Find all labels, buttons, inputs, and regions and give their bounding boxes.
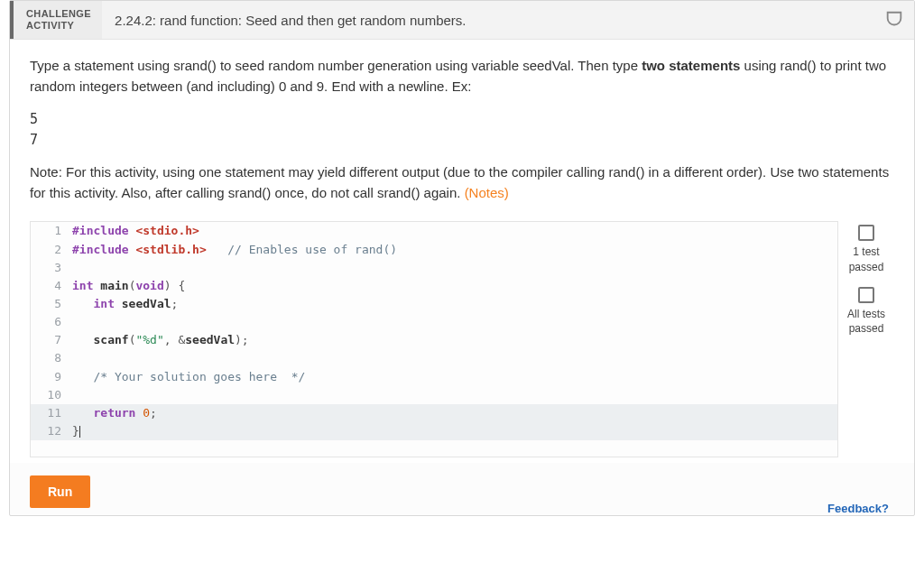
code-content[interactable]: /* Your solution goes here */ [69,368,837,386]
line-number: 10 [31,386,69,404]
note-body: Note: For this activity, using one state… [30,164,889,200]
line-number: 1 [31,222,69,240]
status-label: All tests [838,307,894,321]
code-content[interactable]: int seedVal; [69,295,837,313]
code-line[interactable]: 5 int seedVal; [31,295,837,313]
code-editor[interactable]: 1#include <stdio.h>2#include <stdlib.h> … [30,221,838,457]
all-tests-status: All tests passed [838,287,894,336]
feedback-link[interactable]: Feedback? [827,502,889,515]
activity-header: CHALLENGE ACTIVITY 2.24.2: rand function… [10,1,914,40]
code-content[interactable]: return 0; [69,404,837,422]
checkbox-icon [858,287,874,303]
code-line[interactable]: 2#include <stdlib.h> // Enables use of r… [31,241,837,259]
instructions-text-1: Type a statement using srand() to seed r… [30,58,642,73]
code-content[interactable]: int main(void) { [69,277,837,295]
line-number: 11 [31,404,69,422]
example-line: 7 [30,130,894,151]
code-line[interactable]: 10 [31,386,837,404]
example-output: 5 7 [30,109,894,150]
badge-line2: ACTIVITY [26,20,91,32]
status-label: passed [838,321,894,336]
code-line[interactable]: 1#include <stdio.h> [31,222,837,240]
code-line[interactable]: 4int main(void) { [31,277,837,295]
activity-type-badge: CHALLENGE ACTIVITY [10,1,102,39]
code-line[interactable]: 11 return 0; [31,404,837,422]
test-status-sidebar: 1 test passed All tests passed [838,221,894,348]
line-number: 2 [31,241,69,259]
one-test-status: 1 test passed [838,225,894,273]
code-line[interactable]: 7 scanf("%d", &seedVal); [31,331,837,349]
run-button[interactable]: Run [30,475,90,508]
checkbox-icon [858,225,874,241]
line-number: 3 [31,259,69,277]
code-content[interactable]: } [69,422,837,440]
activity-title: 2.24.2: rand function: Seed and then get… [102,1,874,39]
line-number: 8 [31,349,69,367]
code-line[interactable]: 8 [31,349,837,367]
note: Note: For this activity, using one state… [30,162,894,203]
line-number: 9 [31,368,69,386]
line-number: 6 [31,313,69,331]
code-line[interactable]: 9 /* Your solution goes here */ [31,368,837,386]
activity-body: Type a statement using srand() to seed r… [10,40,914,463]
line-number: 4 [31,277,69,295]
line-number: 5 [31,295,69,313]
save-pocket-icon[interactable] [874,1,914,39]
line-number: 12 [31,422,69,440]
notes-link[interactable]: (Notes) [465,185,509,200]
instructions: Type a statement using srand() to seed r… [30,56,894,97]
code-line[interactable]: 6 [31,313,837,331]
code-line[interactable]: 12} [31,422,837,440]
code-content[interactable]: #include <stdio.h> [69,222,837,240]
code-content[interactable]: scanf("%d", &seedVal); [69,331,837,349]
instructions-bold: two statements [642,58,740,73]
line-number: 7 [31,331,69,349]
text-cursor [79,426,80,438]
code-content[interactable]: #include <stdlib.h> // Enables use of ra… [69,241,837,259]
badge-line1: CHALLENGE [26,8,91,20]
code-line[interactable]: 3 [31,259,837,277]
status-label: 1 test [838,245,894,259]
status-label: passed [838,260,894,274]
example-line: 5 [30,109,894,130]
